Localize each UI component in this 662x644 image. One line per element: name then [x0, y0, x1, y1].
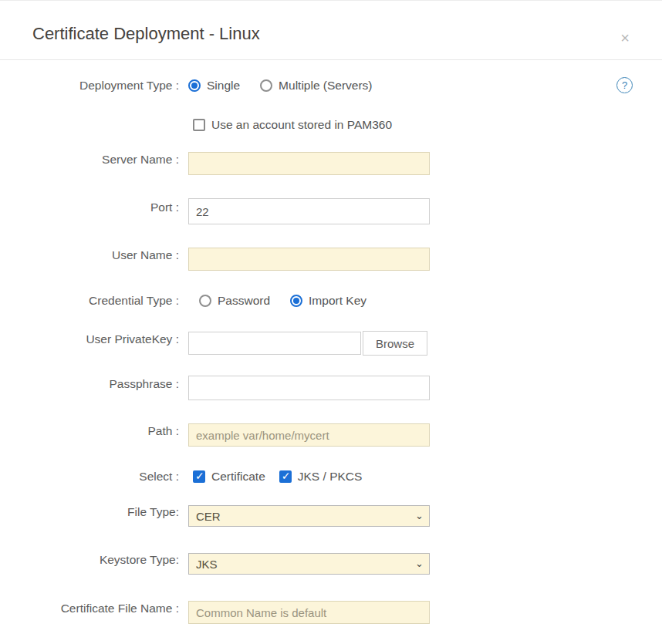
certificate-checkbox[interactable]: Certificate — [193, 470, 265, 484]
radio-password-icon[interactable] — [199, 295, 211, 307]
dialog-title: Certificate Deployment - Linux — [32, 24, 630, 44]
user-name-label: User Name : — [0, 248, 179, 262]
pam-account-label: Use an account stored in PAM360 — [211, 118, 392, 132]
credential-type-label: Credential Type : — [0, 294, 179, 308]
select-outputs-row: Select : Certificate JKS / PKCS — [0, 470, 662, 484]
deployment-type-multiple-radio[interactable]: Multiple (Servers) — [260, 79, 372, 93]
jks-pkcs-checkbox-icon[interactable] — [279, 470, 292, 483]
certificate-file-name-row: Certificate File Name : — [0, 601, 662, 624]
server-name-label: Server Name : — [0, 153, 179, 167]
server-name-input[interactable] — [188, 152, 430, 175]
deployment-type-row: Deployment Type : Single Multiple (Serve… — [0, 77, 662, 93]
user-private-key-label: User PrivateKey : — [0, 332, 179, 346]
credential-type-row: Credential Type : Password Import Key — [0, 294, 662, 308]
passphrase-input[interactable] — [188, 376, 430, 400]
certificate-file-name-label: Certificate File Name : — [0, 602, 179, 615]
passphrase-row: Passphrase : — [0, 376, 662, 400]
deployment-type-label: Deployment Type : — [0, 79, 179, 93]
credential-import-key-radio[interactable]: Import Key — [290, 294, 366, 308]
pam-account-checkbox-icon[interactable] — [193, 119, 205, 131]
credential-password-radio[interactable]: Password — [199, 294, 270, 308]
file-type-select[interactable]: CER — [188, 505, 430, 527]
deployment-type-single-label: Single — [207, 79, 240, 93]
path-input[interactable] — [188, 423, 430, 447]
radio-import-key-icon[interactable] — [290, 295, 302, 307]
user-private-key-row: User PrivateKey : Browse — [0, 331, 662, 356]
keystore-type-row: Keystore Type: JKS ⌄ — [0, 553, 662, 575]
certificate-checkbox-icon[interactable] — [193, 470, 205, 483]
pam-account-row: Use an account stored in PAM360 — [0, 118, 662, 132]
help-icon[interactable]: ? — [616, 77, 633, 93]
file-type-label: File Type: — [0, 505, 179, 519]
port-label: Port : — [0, 201, 179, 214]
keystore-type-select[interactable]: JKS — [188, 553, 430, 575]
certificate-deployment-form: Deployment Type : Single Multiple (Serve… — [0, 60, 662, 624]
port-input[interactable] — [188, 198, 430, 224]
radio-single-icon[interactable] — [188, 79, 201, 92]
jks-pkcs-checkbox-label: JKS / PKCS — [298, 470, 363, 484]
browse-button[interactable]: Browse — [363, 331, 427, 356]
file-type-row: File Type: CER ⌄ — [0, 505, 662, 527]
user-name-input[interactable] — [188, 248, 430, 271]
user-private-key-input[interactable] — [188, 332, 361, 355]
deployment-type-multiple-label: Multiple (Servers) — [279, 79, 372, 93]
passphrase-label: Passphrase : — [0, 377, 179, 391]
pam-account-checkbox[interactable]: Use an account stored in PAM360 — [193, 118, 392, 132]
certificate-checkbox-label: Certificate — [211, 470, 265, 484]
dialog-header: Certificate Deployment - Linux × — [0, 1, 662, 59]
radio-multiple-icon[interactable] — [260, 79, 272, 92]
keystore-type-label: Keystore Type: — [0, 553, 179, 567]
server-name-row: Server Name : — [0, 152, 662, 175]
jks-pkcs-checkbox[interactable]: JKS / PKCS — [279, 470, 363, 484]
path-label: Path : — [0, 424, 179, 438]
credential-import-key-label: Import Key — [309, 294, 366, 308]
certificate-file-name-input[interactable] — [188, 601, 430, 624]
port-row: Port : — [0, 198, 662, 224]
close-icon[interactable]: × — [620, 32, 630, 44]
deployment-type-single-radio[interactable]: Single — [188, 79, 240, 93]
credential-password-label: Password — [218, 294, 270, 308]
select-outputs-label: Select : — [0, 470, 179, 484]
path-row: Path : — [0, 423, 662, 447]
user-name-row: User Name : — [0, 248, 662, 271]
